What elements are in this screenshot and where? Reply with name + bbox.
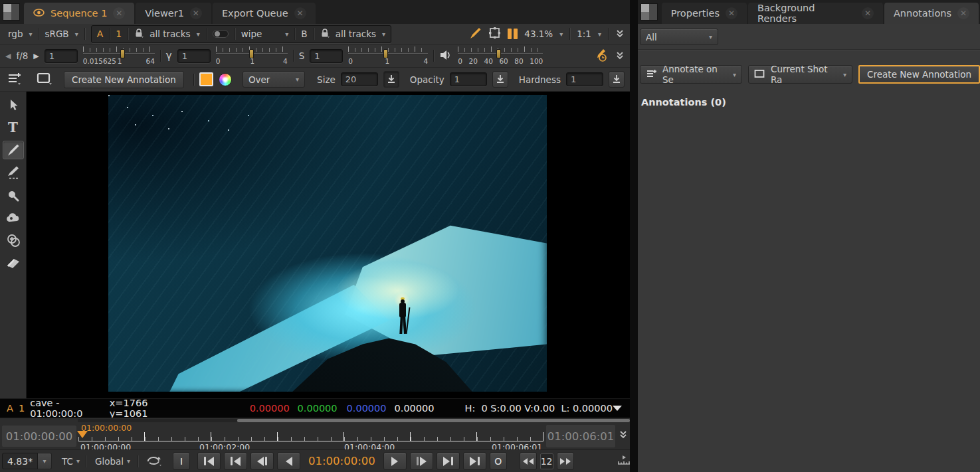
zoom-level-select[interactable]: 43.1% — [524, 29, 553, 39]
create-annotation-button[interactable]: Create New Annotation — [858, 65, 980, 84]
tab-sequence-1[interactable]: Sequence 1 ✕ — [24, 3, 134, 24]
b-track-select[interactable]: all tracks — [336, 29, 376, 39]
chevron-down-icon: ▾ — [76, 457, 80, 465]
eraser-tool[interactable] — [3, 254, 24, 272]
close-icon[interactable]: ✕ — [113, 7, 125, 19]
close-icon[interactable]: ✕ — [957, 7, 969, 19]
color-wheel-icon[interactable] — [219, 73, 232, 86]
zoom-tool[interactable] — [3, 186, 24, 204]
hardness-label: Hardness — [519, 74, 561, 85]
tab-label: Properties — [671, 8, 720, 19]
collapse-toolbar-icon[interactable] — [615, 29, 625, 39]
saturation-slider[interactable]: 0 1 4 — [348, 46, 428, 66]
status-expand-icon[interactable] — [613, 406, 622, 411]
gain-slider[interactable]: 0.015625 1 64 — [83, 46, 155, 66]
tab-properties[interactable]: Properties ✕ — [662, 3, 747, 24]
brush-tool[interactable] — [3, 141, 24, 159]
annotation-stack-icon[interactable] — [7, 71, 23, 88]
clone-tool[interactable] — [3, 231, 24, 250]
tick-label: 4 — [424, 57, 429, 65]
channel-select[interactable]: rgb — [8, 29, 23, 39]
decrement-fps-button[interactable] — [520, 452, 537, 470]
panel-layout-icon[interactable] — [3, 3, 20, 21]
input-a-index: 1 — [116, 29, 122, 39]
annotation-rect-icon[interactable] — [36, 71, 53, 88]
tab-export-queue[interactable]: Export Queue ✕ — [213, 3, 316, 24]
tab-annotations[interactable]: Annotations ✕ — [884, 3, 979, 24]
size-default-icon[interactable] — [383, 71, 399, 88]
fps-display[interactable]: 12 — [540, 453, 553, 469]
a-track-select[interactable]: all tracks — [149, 29, 190, 39]
prev-stop-arrow-icon[interactable]: ◀ — [5, 52, 11, 60]
opacity-default-icon[interactable] — [492, 71, 508, 88]
opacity-input[interactable] — [450, 72, 487, 86]
speaker-icon[interactable] — [439, 49, 452, 63]
gain-input[interactable] — [45, 49, 78, 63]
brush-color-swatch[interactable] — [199, 72, 213, 86]
input-b-label[interactable]: B — [301, 29, 307, 39]
input-a-label[interactable]: A — [97, 29, 104, 39]
fstop-label[interactable]: f/8 — [16, 50, 28, 61]
step-back-button[interactable] — [250, 452, 274, 470]
timeline-scrollbar[interactable] — [78, 419, 630, 422]
line-tool[interactable] — [3, 163, 24, 182]
create-annotation-button[interactable]: Create New Annotation — [64, 71, 184, 88]
playback-rate[interactable]: 4.83* ▾ — [2, 453, 52, 469]
gamma-slider[interactable]: 0 1 4 — [216, 46, 288, 66]
set-out-button[interactable]: O — [490, 452, 507, 470]
close-icon[interactable]: ✕ — [862, 7, 874, 19]
shot-range-select[interactable]: Current Shot Ra ▾ — [748, 65, 852, 84]
cloud-tool[interactable] — [3, 208, 24, 227]
go-to-end-button[interactable] — [463, 452, 486, 470]
previous-edit-button[interactable] — [224, 452, 247, 470]
annotation-brush-icon[interactable] — [468, 27, 482, 42]
blend-mode-select[interactable]: Over ▾ — [243, 71, 305, 88]
tick-label: 64 — [146, 57, 154, 65]
close-icon[interactable]: ✕ — [726, 7, 737, 19]
next-stop-arrow-icon[interactable]: ▶ — [33, 52, 39, 60]
panel-layout-icon[interactable] — [640, 3, 658, 21]
pause-render-icon[interactable] — [508, 29, 518, 39]
range-mode-select[interactable]: Global — [95, 456, 124, 467]
wipe-toggle[interactable] — [213, 30, 229, 38]
set-in-button[interactable]: I — [173, 452, 190, 470]
annotations-list-header: Annotations (0) — [641, 97, 726, 108]
roi-icon[interactable] — [488, 27, 501, 41]
wipe-mode-select[interactable]: wipe — [241, 29, 262, 39]
timeline-ruler[interactable] — [78, 432, 543, 441]
play-button[interactable] — [383, 452, 407, 470]
text-tool[interactable]: T — [3, 118, 24, 137]
hardness-default-icon[interactable] — [609, 71, 625, 88]
collapse-toolbar-icon[interactable] — [615, 51, 625, 60]
select-tool[interactable] — [3, 96, 24, 114]
annotate-on-select[interactable]: Annotate on Se ▾ — [640, 65, 742, 84]
viewer-canvas[interactable] — [27, 92, 630, 398]
hardness-input[interactable] — [566, 72, 603, 86]
timecode-mode-select[interactable]: TC — [62, 456, 73, 467]
transport-timecode[interactable]: 01:00:00:00 — [308, 455, 375, 467]
next-edit-button[interactable] — [437, 452, 460, 470]
saturation-input[interactable] — [310, 49, 343, 63]
gamma-input[interactable] — [177, 49, 211, 63]
scrollbar-handle[interactable] — [237, 419, 630, 422]
go-to-start-button[interactable] — [197, 452, 221, 470]
lock-icon[interactable] — [320, 28, 330, 40]
tab-background-renders[interactable]: Background Renders ✕ — [748, 3, 883, 24]
increment-fps-button[interactable] — [557, 452, 574, 470]
tab-viewer1[interactable]: Viewer1 ✕ — [136, 3, 211, 24]
eyedropper-timer-icon[interactable] — [593, 48, 609, 64]
play-backward-button[interactable] — [277, 452, 300, 470]
size-input[interactable] — [341, 72, 378, 86]
close-icon[interactable]: ✕ — [190, 7, 202, 19]
volume-slider[interactable]: 0 20 40 60 80 100 — [458, 46, 543, 66]
collapse-timeline-icon[interactable] — [619, 430, 628, 439]
step-forward-button[interactable] — [410, 452, 433, 470]
proxy-select[interactable]: 1:1 — [577, 29, 591, 39]
blend-mode-value: Over — [248, 74, 270, 85]
colorspace-select[interactable]: sRGB — [45, 29, 68, 39]
close-icon[interactable]: ✕ — [294, 7, 306, 19]
annotation-filter-select[interactable]: All ▾ — [640, 29, 718, 45]
flipbook-icon[interactable] — [616, 454, 632, 468]
lock-icon[interactable] — [134, 28, 144, 40]
loop-mode-icon[interactable] — [146, 453, 163, 469]
